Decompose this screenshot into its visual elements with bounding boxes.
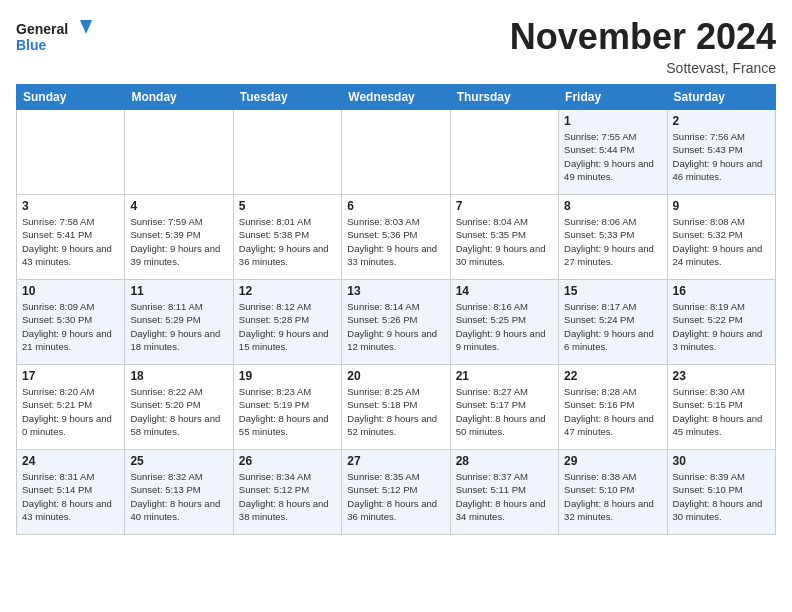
calendar-day-cell: 17Sunrise: 8:20 AM Sunset: 5:21 PM Dayli… xyxy=(17,365,125,450)
calendar-day-cell xyxy=(125,110,233,195)
day-info: Sunrise: 8:14 AM Sunset: 5:26 PM Dayligh… xyxy=(347,300,444,353)
calendar-day-cell xyxy=(342,110,450,195)
day-number: 28 xyxy=(456,454,553,468)
calendar-day-cell: 5Sunrise: 8:01 AM Sunset: 5:38 PM Daylig… xyxy=(233,195,341,280)
calendar-day-header: Thursday xyxy=(450,85,558,110)
day-info: Sunrise: 8:23 AM Sunset: 5:19 PM Dayligh… xyxy=(239,385,336,438)
logo: General Blue xyxy=(16,16,96,60)
day-number: 7 xyxy=(456,199,553,213)
day-info: Sunrise: 8:38 AM Sunset: 5:10 PM Dayligh… xyxy=(564,470,661,523)
day-info: Sunrise: 8:08 AM Sunset: 5:32 PM Dayligh… xyxy=(673,215,770,268)
day-info: Sunrise: 8:19 AM Sunset: 5:22 PM Dayligh… xyxy=(673,300,770,353)
day-number: 21 xyxy=(456,369,553,383)
calendar-header-row: SundayMondayTuesdayWednesdayThursdayFrid… xyxy=(17,85,776,110)
day-info: Sunrise: 7:59 AM Sunset: 5:39 PM Dayligh… xyxy=(130,215,227,268)
calendar-day-cell xyxy=(450,110,558,195)
day-info: Sunrise: 7:58 AM Sunset: 5:41 PM Dayligh… xyxy=(22,215,119,268)
day-number: 20 xyxy=(347,369,444,383)
day-number: 14 xyxy=(456,284,553,298)
day-info: Sunrise: 8:16 AM Sunset: 5:25 PM Dayligh… xyxy=(456,300,553,353)
calendar-day-cell xyxy=(233,110,341,195)
day-info: Sunrise: 8:03 AM Sunset: 5:36 PM Dayligh… xyxy=(347,215,444,268)
calendar-day-header: Monday xyxy=(125,85,233,110)
day-info: Sunrise: 8:11 AM Sunset: 5:29 PM Dayligh… xyxy=(130,300,227,353)
day-number: 23 xyxy=(673,369,770,383)
day-number: 30 xyxy=(673,454,770,468)
calendar-day-cell: 22Sunrise: 8:28 AM Sunset: 5:16 PM Dayli… xyxy=(559,365,667,450)
day-number: 25 xyxy=(130,454,227,468)
calendar-day-cell: 8Sunrise: 8:06 AM Sunset: 5:33 PM Daylig… xyxy=(559,195,667,280)
calendar-day-cell: 27Sunrise: 8:35 AM Sunset: 5:12 PM Dayli… xyxy=(342,450,450,535)
day-number: 4 xyxy=(130,199,227,213)
calendar-week-row: 3Sunrise: 7:58 AM Sunset: 5:41 PM Daylig… xyxy=(17,195,776,280)
day-info: Sunrise: 8:34 AM Sunset: 5:12 PM Dayligh… xyxy=(239,470,336,523)
day-info: Sunrise: 8:32 AM Sunset: 5:13 PM Dayligh… xyxy=(130,470,227,523)
calendar-day-header: Tuesday xyxy=(233,85,341,110)
calendar-day-cell: 6Sunrise: 8:03 AM Sunset: 5:36 PM Daylig… xyxy=(342,195,450,280)
calendar-day-cell: 23Sunrise: 8:30 AM Sunset: 5:15 PM Dayli… xyxy=(667,365,775,450)
calendar-day-cell: 25Sunrise: 8:32 AM Sunset: 5:13 PM Dayli… xyxy=(125,450,233,535)
day-number: 1 xyxy=(564,114,661,128)
svg-marker-2 xyxy=(80,20,92,34)
calendar-day-cell xyxy=(17,110,125,195)
day-info: Sunrise: 8:37 AM Sunset: 5:11 PM Dayligh… xyxy=(456,470,553,523)
calendar-day-cell: 15Sunrise: 8:17 AM Sunset: 5:24 PM Dayli… xyxy=(559,280,667,365)
day-number: 10 xyxy=(22,284,119,298)
calendar-day-cell: 13Sunrise: 8:14 AM Sunset: 5:26 PM Dayli… xyxy=(342,280,450,365)
calendar-week-row: 24Sunrise: 8:31 AM Sunset: 5:14 PM Dayli… xyxy=(17,450,776,535)
day-number: 27 xyxy=(347,454,444,468)
day-info: Sunrise: 8:09 AM Sunset: 5:30 PM Dayligh… xyxy=(22,300,119,353)
day-info: Sunrise: 8:30 AM Sunset: 5:15 PM Dayligh… xyxy=(673,385,770,438)
calendar-day-cell: 24Sunrise: 8:31 AM Sunset: 5:14 PM Dayli… xyxy=(17,450,125,535)
day-info: Sunrise: 7:56 AM Sunset: 5:43 PM Dayligh… xyxy=(673,130,770,183)
svg-text:General: General xyxy=(16,21,68,37)
calendar-day-cell: 1Sunrise: 7:55 AM Sunset: 5:44 PM Daylig… xyxy=(559,110,667,195)
calendar-day-cell: 30Sunrise: 8:39 AM Sunset: 5:10 PM Dayli… xyxy=(667,450,775,535)
calendar-day-cell: 10Sunrise: 8:09 AM Sunset: 5:30 PM Dayli… xyxy=(17,280,125,365)
month-title: November 2024 xyxy=(510,16,776,58)
day-info: Sunrise: 8:06 AM Sunset: 5:33 PM Dayligh… xyxy=(564,215,661,268)
calendar-day-cell: 14Sunrise: 8:16 AM Sunset: 5:25 PM Dayli… xyxy=(450,280,558,365)
calendar-day-cell: 7Sunrise: 8:04 AM Sunset: 5:35 PM Daylig… xyxy=(450,195,558,280)
day-info: Sunrise: 8:20 AM Sunset: 5:21 PM Dayligh… xyxy=(22,385,119,438)
calendar-day-cell: 19Sunrise: 8:23 AM Sunset: 5:19 PM Dayli… xyxy=(233,365,341,450)
page-header: General Blue November 2024 Sottevast, Fr… xyxy=(16,16,776,76)
calendar-day-cell: 16Sunrise: 8:19 AM Sunset: 5:22 PM Dayli… xyxy=(667,280,775,365)
day-number: 24 xyxy=(22,454,119,468)
day-info: Sunrise: 8:31 AM Sunset: 5:14 PM Dayligh… xyxy=(22,470,119,523)
day-info: Sunrise: 8:12 AM Sunset: 5:28 PM Dayligh… xyxy=(239,300,336,353)
day-info: Sunrise: 8:25 AM Sunset: 5:18 PM Dayligh… xyxy=(347,385,444,438)
calendar-day-cell: 29Sunrise: 8:38 AM Sunset: 5:10 PM Dayli… xyxy=(559,450,667,535)
title-block: November 2024 Sottevast, France xyxy=(510,16,776,76)
logo-svg: General Blue xyxy=(16,16,96,60)
day-number: 3 xyxy=(22,199,119,213)
day-info: Sunrise: 8:35 AM Sunset: 5:12 PM Dayligh… xyxy=(347,470,444,523)
calendar-day-cell: 3Sunrise: 7:58 AM Sunset: 5:41 PM Daylig… xyxy=(17,195,125,280)
calendar-day-header: Saturday xyxy=(667,85,775,110)
day-number: 15 xyxy=(564,284,661,298)
day-info: Sunrise: 7:55 AM Sunset: 5:44 PM Dayligh… xyxy=(564,130,661,183)
day-number: 8 xyxy=(564,199,661,213)
calendar-day-cell: 2Sunrise: 7:56 AM Sunset: 5:43 PM Daylig… xyxy=(667,110,775,195)
day-number: 13 xyxy=(347,284,444,298)
calendar-day-cell: 28Sunrise: 8:37 AM Sunset: 5:11 PM Dayli… xyxy=(450,450,558,535)
day-number: 12 xyxy=(239,284,336,298)
day-number: 5 xyxy=(239,199,336,213)
day-number: 22 xyxy=(564,369,661,383)
day-info: Sunrise: 8:01 AM Sunset: 5:38 PM Dayligh… xyxy=(239,215,336,268)
calendar-day-cell: 4Sunrise: 7:59 AM Sunset: 5:39 PM Daylig… xyxy=(125,195,233,280)
calendar-day-cell: 11Sunrise: 8:11 AM Sunset: 5:29 PM Dayli… xyxy=(125,280,233,365)
calendar-day-cell: 18Sunrise: 8:22 AM Sunset: 5:20 PM Dayli… xyxy=(125,365,233,450)
day-info: Sunrise: 8:28 AM Sunset: 5:16 PM Dayligh… xyxy=(564,385,661,438)
calendar-week-row: 1Sunrise: 7:55 AM Sunset: 5:44 PM Daylig… xyxy=(17,110,776,195)
day-number: 18 xyxy=(130,369,227,383)
calendar-day-cell: 26Sunrise: 8:34 AM Sunset: 5:12 PM Dayli… xyxy=(233,450,341,535)
day-number: 2 xyxy=(673,114,770,128)
day-number: 16 xyxy=(673,284,770,298)
calendar-day-cell: 12Sunrise: 8:12 AM Sunset: 5:28 PM Dayli… xyxy=(233,280,341,365)
calendar-week-row: 10Sunrise: 8:09 AM Sunset: 5:30 PM Dayli… xyxy=(17,280,776,365)
day-info: Sunrise: 8:27 AM Sunset: 5:17 PM Dayligh… xyxy=(456,385,553,438)
day-number: 9 xyxy=(673,199,770,213)
day-info: Sunrise: 8:17 AM Sunset: 5:24 PM Dayligh… xyxy=(564,300,661,353)
day-number: 11 xyxy=(130,284,227,298)
